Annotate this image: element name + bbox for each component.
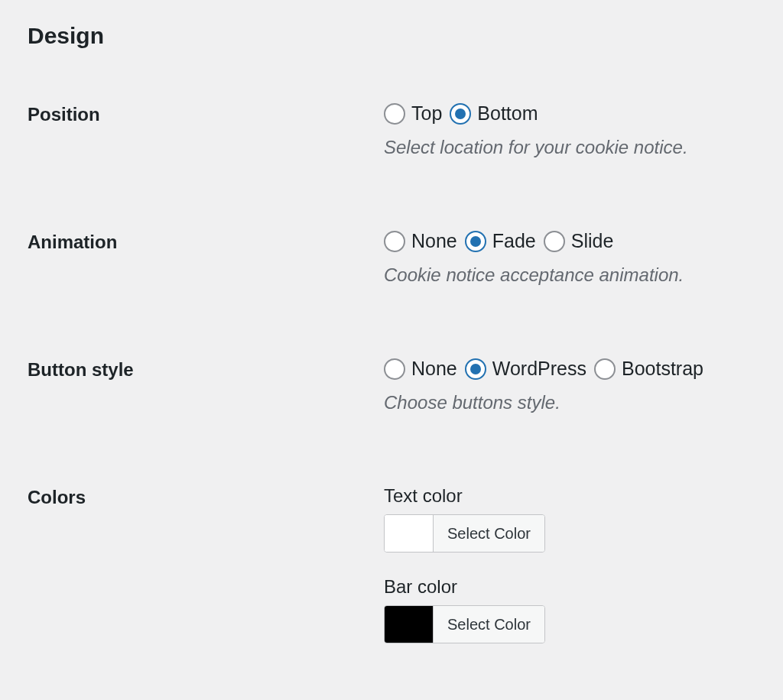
content-animation: None Fade Slide Cookie notice acceptance… bbox=[384, 230, 755, 289]
color-field-text: Text color Select Color bbox=[384, 485, 755, 555]
radio-group-button-style: None WordPress Bootstrap bbox=[384, 358, 755, 380]
row-position: Position Top Bottom Select location for … bbox=[28, 102, 755, 161]
radio-label-bottom: Bottom bbox=[477, 102, 538, 125]
color-picker-text: Select Color bbox=[384, 514, 545, 553]
select-color-button-text[interactable]: Select Color bbox=[434, 515, 544, 552]
radio-label-wordpress: WordPress bbox=[492, 358, 586, 380]
radio-icon bbox=[465, 358, 486, 380]
radio-option-animation-none[interactable]: None bbox=[384, 230, 457, 252]
color-swatch-bar[interactable] bbox=[385, 606, 434, 643]
radio-icon bbox=[544, 231, 565, 252]
label-animation: Animation bbox=[28, 230, 384, 289]
radio-option-button-style-bootstrap[interactable]: Bootstrap bbox=[594, 358, 703, 380]
radio-group-animation: None Fade Slide bbox=[384, 230, 755, 252]
radio-label-top: Top bbox=[411, 102, 442, 125]
color-picker-bar: Select Color bbox=[384, 605, 545, 643]
description-position: Select location for your cookie notice. bbox=[384, 134, 755, 161]
radio-option-position-top[interactable]: Top bbox=[384, 102, 442, 125]
label-button-style: Button style bbox=[28, 358, 384, 416]
section-title: Design bbox=[28, 23, 755, 49]
label-position: Position bbox=[28, 102, 384, 161]
row-colors: Colors Text color Select Color Bar color… bbox=[28, 485, 755, 667]
description-button-style: Choose buttons style. bbox=[384, 389, 755, 416]
radio-label-bootstrap: Bootstrap bbox=[622, 358, 703, 380]
color-swatch-text[interactable] bbox=[385, 515, 434, 552]
content-button-style: None WordPress Bootstrap Choose buttons … bbox=[384, 358, 755, 416]
radio-option-animation-slide[interactable]: Slide bbox=[544, 230, 614, 252]
bar-color-label: Bar color bbox=[384, 576, 755, 598]
radio-option-button-style-none[interactable]: None bbox=[384, 358, 457, 380]
radio-option-animation-fade[interactable]: Fade bbox=[465, 230, 536, 252]
radio-label-none: None bbox=[411, 358, 457, 380]
radio-icon bbox=[384, 358, 405, 380]
color-field-bar: Bar color Select Color bbox=[384, 576, 755, 646]
select-color-button-bar[interactable]: Select Color bbox=[434, 606, 544, 643]
radio-label-slide: Slide bbox=[571, 230, 614, 252]
row-button-style: Button style None WordPress Bootstrap Ch… bbox=[28, 358, 755, 416]
description-animation: Cookie notice acceptance animation. bbox=[384, 261, 755, 289]
radio-label-fade: Fade bbox=[492, 230, 536, 252]
radio-label-none: None bbox=[411, 230, 457, 252]
radio-icon bbox=[594, 358, 616, 380]
radio-option-button-style-wordpress[interactable]: WordPress bbox=[465, 358, 586, 380]
label-colors: Colors bbox=[28, 485, 384, 667]
radio-icon bbox=[384, 231, 405, 252]
content-position: Top Bottom Select location for your cook… bbox=[384, 102, 755, 161]
radio-icon bbox=[465, 231, 486, 252]
radio-group-position: Top Bottom bbox=[384, 102, 755, 125]
text-color-label: Text color bbox=[384, 485, 755, 507]
content-colors: Text color Select Color Bar color Select… bbox=[384, 485, 755, 667]
radio-option-position-bottom[interactable]: Bottom bbox=[450, 102, 538, 125]
radio-icon bbox=[384, 103, 405, 125]
row-animation: Animation None Fade Slide Cookie notice … bbox=[28, 230, 755, 289]
radio-icon bbox=[450, 103, 471, 125]
